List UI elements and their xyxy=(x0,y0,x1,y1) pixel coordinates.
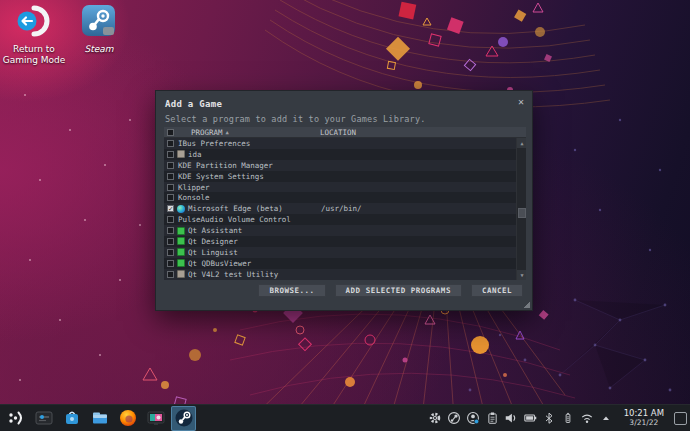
program-name: PulseAudio Volume Control xyxy=(178,215,291,224)
program-name: KDE Partition Manager xyxy=(178,161,273,170)
table-row[interactable]: KDE Partition Manager xyxy=(164,160,526,171)
app-icon xyxy=(177,259,185,267)
close-icon[interactable]: ✕ xyxy=(518,97,524,107)
table-row[interactable]: ✓ Microsoft Edge (beta) /usr/bin/ xyxy=(164,203,526,214)
show-desktop-button[interactable] xyxy=(674,412,687,425)
row-checkbox[interactable] xyxy=(167,151,174,158)
sort-ascending-icon: ▲ xyxy=(226,129,229,135)
device-battery-tray-icon[interactable] xyxy=(561,410,576,426)
desktop: Return to Gaming Mode Steam Add a Game ✕… xyxy=(0,0,690,431)
program-location: /usr/bin/ xyxy=(321,204,362,213)
steam-task-button-active[interactable] xyxy=(171,406,196,431)
browse-button[interactable]: BROWSE... xyxy=(258,284,325,297)
taskbar-launchers xyxy=(3,406,196,431)
table-row[interactable]: Qt Linguist xyxy=(164,247,526,258)
steam-task-icon xyxy=(174,408,194,428)
steam-icon xyxy=(81,4,117,38)
table-row[interactable]: KDE System Settings xyxy=(164,171,526,182)
discover-task-button[interactable] xyxy=(59,406,84,431)
cancel-button[interactable]: CANCEL xyxy=(471,284,523,297)
tray-expand-caret-icon[interactable] xyxy=(599,410,614,426)
bluetooth-tray-icon[interactable] xyxy=(542,410,557,426)
program-name: Qt Designer xyxy=(188,237,238,246)
return-to-gaming-mode-icon xyxy=(15,4,53,38)
folder-icon xyxy=(90,408,110,428)
desktop-icon-steam[interactable]: Steam xyxy=(66,4,132,55)
row-checkbox[interactable] xyxy=(167,194,174,201)
row-checkbox[interactable]: ✓ xyxy=(167,205,174,212)
row-checkbox[interactable] xyxy=(167,238,174,245)
table-row[interactable]: Qt Assistant xyxy=(164,225,526,236)
scrollbar-thumb[interactable] xyxy=(518,208,526,218)
row-checkbox[interactable] xyxy=(167,162,174,169)
program-name: Qt V4L2 test Utility xyxy=(188,270,278,279)
scrollbar[interactable]: ▲ ▼ xyxy=(516,138,526,280)
gear-tray-icon[interactable] xyxy=(428,410,443,426)
table-row[interactable]: PulseAudio Volume Control xyxy=(164,214,526,225)
table-header[interactable]: PROGRAM ▲ LOCATION xyxy=(164,127,526,138)
clipboard-tray-icon[interactable] xyxy=(485,410,500,426)
table-row[interactable]: Qt V4L2 test Utility xyxy=(164,269,526,280)
clock-date: 3/21/22 xyxy=(624,418,664,428)
settings-task-button[interactable] xyxy=(31,406,56,431)
row-checkbox[interactable] xyxy=(167,260,174,267)
scroll-down-icon[interactable]: ▼ xyxy=(517,270,526,280)
app-icon xyxy=(177,205,185,213)
row-checkbox[interactable] xyxy=(167,227,174,234)
row-checkbox[interactable] xyxy=(167,271,174,278)
column-header-location[interactable]: LOCATION xyxy=(320,128,356,137)
row-checkbox[interactable] xyxy=(167,249,174,256)
file-manager-task-button[interactable] xyxy=(87,406,112,431)
media-app-task-button[interactable] xyxy=(143,406,168,431)
row-checkbox[interactable] xyxy=(167,216,174,223)
program-name: Qt QDBusViewer xyxy=(188,259,251,268)
row-checkbox[interactable] xyxy=(167,184,174,191)
app-launcher-icon xyxy=(6,408,26,428)
program-name: KDE System Settings xyxy=(178,172,264,181)
desktop-icon-return-to-gaming-mode[interactable]: Return to Gaming Mode xyxy=(1,4,67,66)
app-icon xyxy=(177,227,185,235)
table-row[interactable]: Qt QDBusViewer xyxy=(164,258,526,269)
dialog-title: Add a Game xyxy=(165,99,222,109)
scroll-up-icon[interactable]: ▲ xyxy=(517,138,526,148)
select-all-checkbox[interactable] xyxy=(167,129,174,136)
dialog-buttons: BROWSE... ADD SELECTED PROGRAMS CANCEL xyxy=(258,284,523,297)
wifi-tray-icon[interactable] xyxy=(580,410,595,426)
firefox-task-button[interactable] xyxy=(115,406,140,431)
program-table: PROGRAM ▲ LOCATION IBus Preferences ida … xyxy=(164,127,526,280)
table-row[interactable]: Konsole xyxy=(164,192,526,203)
volume-tray-icon[interactable] xyxy=(504,410,519,426)
clock-time: 10:21 AM xyxy=(624,408,664,418)
program-name: Microsoft Edge (beta) xyxy=(188,204,283,213)
program-name: Klipper xyxy=(178,183,210,192)
resize-grip[interactable] xyxy=(523,301,530,308)
program-name: IBus Preferences xyxy=(178,139,250,148)
table-row[interactable]: ida xyxy=(164,149,526,160)
program-name: Qt Assistant xyxy=(188,226,242,235)
dialog-subtitle: Select a program to add it to your Games… xyxy=(165,114,426,124)
row-checkbox[interactable] xyxy=(167,173,174,180)
table-row[interactable]: Klipper xyxy=(164,182,526,193)
add-selected-programs-button[interactable]: ADD SELECTED PROGRAMS xyxy=(335,284,462,297)
clock[interactable]: 10:21 AM 3/21/22 xyxy=(624,408,664,428)
desktop-icon-label: Return to Gaming Mode xyxy=(1,44,67,66)
app-icon xyxy=(177,150,185,158)
taskbar: 10:21 AM 3/21/22 xyxy=(0,404,690,431)
table-row[interactable]: IBus Preferences xyxy=(164,138,526,149)
app-icon xyxy=(177,270,185,278)
column-header-program[interactable]: PROGRAM xyxy=(191,128,223,137)
user-session-tray-icon[interactable] xyxy=(466,410,481,426)
app-icon xyxy=(177,237,185,245)
application-launcher-button[interactable] xyxy=(3,406,28,431)
program-name: ida xyxy=(188,150,202,159)
row-checkbox[interactable] xyxy=(167,140,174,147)
app-icon xyxy=(177,248,185,256)
add-game-dialog: Add a Game ✕ Select a program to add it … xyxy=(155,90,533,311)
battery-tray-icon[interactable] xyxy=(523,410,538,426)
discover-bag-icon xyxy=(62,408,82,428)
system-tray: 10:21 AM 3/21/22 xyxy=(428,408,687,428)
steam-tray-icon[interactable] xyxy=(447,410,462,426)
media-display-icon xyxy=(146,408,166,428)
desktop-icon-label: Steam xyxy=(66,44,132,55)
table-row[interactable]: Qt Designer xyxy=(164,236,526,247)
